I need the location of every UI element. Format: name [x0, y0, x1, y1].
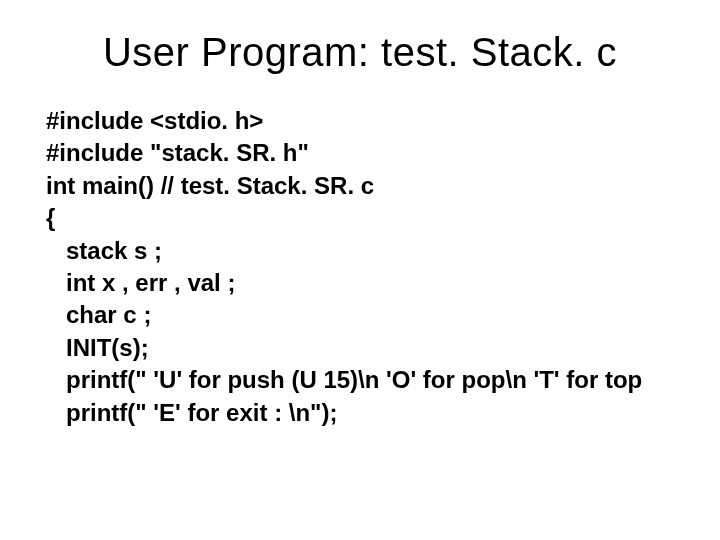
- code-line: INIT(s);: [46, 334, 149, 361]
- slide-container: User Program: test. Stack. c #include <s…: [0, 0, 720, 540]
- code-line: printf(" 'E' for exit : \n");: [46, 399, 337, 426]
- code-line: printf(" 'U' for push (U 15)\n 'O' for p…: [46, 366, 642, 393]
- code-line: stack s ;: [46, 237, 162, 264]
- code-line: {: [46, 204, 55, 231]
- code-line: #include "stack. SR. h": [46, 139, 309, 166]
- code-line: int x , err , val ;: [46, 269, 235, 296]
- code-line: #include <stdio. h>: [46, 107, 263, 134]
- code-block: #include <stdio. h> #include "stack. SR.…: [46, 105, 680, 429]
- page-title: User Program: test. Stack. c: [40, 30, 680, 75]
- code-line: char c ;: [46, 301, 151, 328]
- code-line: int main() // test. Stack. SR. c: [46, 172, 374, 199]
